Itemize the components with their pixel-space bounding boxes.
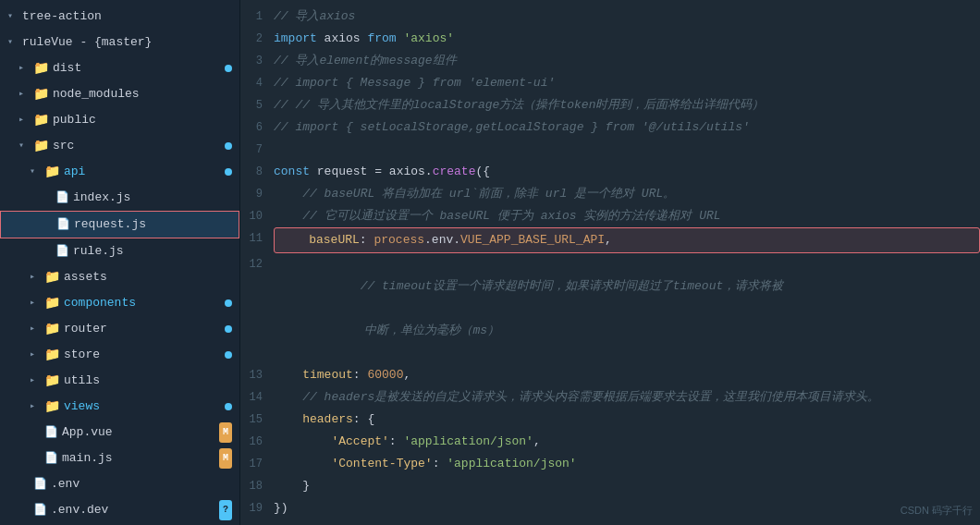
folder-icon: 📁 [44, 267, 60, 287]
line-content: }) [274, 497, 980, 519]
sidebar-item-label: router [64, 319, 107, 339]
sidebar-item-components[interactable]: 📁 components [0, 290, 239, 316]
folder-icon: 📁 [44, 162, 60, 182]
sidebar-item-dist[interactable]: 📁 dist [0, 55, 239, 81]
arrow-icon [30, 345, 41, 365]
file-icon: 📄 [44, 422, 58, 443]
sidebar-item-assets[interactable]: 📁 assets [0, 264, 239, 290]
folder-icon: 📁 [33, 58, 49, 79]
arrow-icon [18, 58, 30, 79]
sidebar-item-label: store [64, 345, 100, 365]
arrow-icon [18, 84, 30, 104]
sidebar-item-views[interactable]: 📁 views [0, 394, 239, 420]
line-number: 19 [240, 497, 274, 519]
line-content: // 它可以通过设置一个 baseURL 便于为 axios 实例的方法传递相对… [274, 205, 980, 227]
code-line-10: 10 // 它可以通过设置一个 baseURL 便于为 axios 实例的方法传… [240, 205, 980, 227]
arrow-icon [18, 136, 30, 156]
untracked-badge: ? [219, 500, 232, 520]
code-line-5: 5 // // 导入其他文件里的localStorage方法（操作token时用… [240, 94, 980, 116]
folder-icon: 📁 [44, 371, 60, 391]
sidebar-item-env[interactable]: 📄 .env [0, 471, 239, 497]
folder-icon: 📁 [33, 136, 49, 156]
arrow-icon [30, 293, 41, 313]
code-line-15: 15 headers: { [240, 409, 980, 431]
sidebar-item-public[interactable]: 📁 public [0, 107, 239, 133]
code-line-7: 7 [240, 139, 980, 161]
sidebar-item-label: ruleVue - {master} [22, 32, 152, 53]
code-line-11: 11 baseURL: process.env.VUE_APP_BASE_URL… [240, 227, 980, 253]
change-badge [225, 351, 232, 359]
file-icon: 📄 [33, 500, 47, 520]
line-number: 16 [240, 431, 274, 453]
sidebar-item-tree-action[interactable]: tree-action [0, 4, 239, 30]
sidebar-item-label: api [64, 162, 85, 182]
sidebar-item-env-dev[interactable]: 📄 .env.dev ? [0, 497, 239, 523]
line-number: 6 [240, 116, 274, 139]
code-line-8: 8 const request = axios.create({ [240, 161, 980, 183]
line-content: const request = axios.create({ [274, 161, 980, 183]
line-number: 13 [240, 364, 274, 386]
sidebar-item-ruleVue[interactable]: ruleVue - {master} [0, 30, 239, 55]
sidebar-item-utils[interactable]: 📁 utils [0, 368, 239, 394]
file-icon: 📄 [56, 214, 70, 235]
sidebar-item-label: main.js [62, 448, 113, 469]
code-line-13: 13 timeout: 60000, [240, 364, 980, 386]
line-number: 7 [240, 139, 274, 161]
sidebar-item-label: node_modules [53, 84, 140, 104]
file-explorer: tree-action ruleVue - {master} 📁 dist 📁 … [0, 0, 240, 525]
sidebar-item-src[interactable]: 📁 src [0, 133, 239, 159]
change-badge [225, 299, 232, 307]
code-line-4: 4 // import { Message } from 'element-ui… [240, 72, 980, 94]
sidebar-item-request-js[interactable]: 📄 request.js [0, 211, 239, 238]
sidebar-item-label: index.js [73, 188, 130, 208]
sidebar-item-router[interactable]: 📁 router [0, 316, 239, 342]
line-content: // import { Message } from 'element-ui' [274, 72, 980, 94]
code-line-6: 6 // import { setLocalStorage,getLocalSt… [240, 116, 980, 139]
arrow-icon [30, 162, 41, 182]
sidebar-item-store[interactable]: 📁 store [0, 342, 239, 368]
folder-icon: 📁 [33, 110, 49, 130]
line-content: timeout: 60000, [274, 364, 980, 386]
code-line-3: 3 // 导入element的message组件 [240, 50, 980, 72]
line-number: 14 [240, 386, 274, 409]
code-line-9: 9 // baseURL 将自动加在 url`前面，除非 url 是一个绝对 U… [240, 183, 980, 205]
arrow-icon [7, 6, 18, 27]
sidebar-item-label: rule.js [73, 241, 124, 262]
line-content: import axios from 'axios' [274, 28, 980, 50]
file-icon: 📄 [33, 474, 47, 494]
modified-badge: M [219, 448, 232, 469]
sidebar-item-app-vue[interactable]: 📄 App.vue M [0, 420, 239, 446]
line-content: 'Accept': 'application/json', [274, 431, 980, 453]
sidebar-item-api[interactable]: 📁 api [0, 159, 239, 185]
sidebar-item-label: utils [64, 371, 100, 391]
arrow-icon [30, 371, 41, 391]
sidebar-item-label: .env.dev [51, 500, 108, 520]
sidebar-item-label: components [64, 293, 136, 313]
modified-badge: M [219, 422, 232, 443]
line-content: // headers是被发送的自定义请求头，请求头内容需要根据后端要求去设置，这… [274, 386, 980, 409]
sidebar-item-label: src [53, 136, 74, 156]
code-line-14: 14 // headers是被发送的自定义请求头，请求头内容需要根据后端要求去设… [240, 386, 980, 409]
sidebar-item-index-js[interactable]: 📄 index.js [0, 185, 239, 211]
code-line-17: 17 'Content-Type': 'application/json' [240, 453, 980, 475]
sidebar-item-main-js[interactable]: 📄 main.js M [0, 446, 239, 471]
line-number: 2 [240, 28, 274, 50]
code-line-1: 1 // 导入axios [240, 6, 980, 28]
folder-icon: 📁 [44, 345, 60, 365]
watermark: CSDN 码字千行 [900, 504, 973, 518]
line-content [274, 139, 980, 161]
line-content: headers: { [274, 409, 980, 431]
arrow-icon [30, 397, 41, 417]
line-number: 11 [240, 227, 274, 250]
line-content: // 导入axios [274, 6, 980, 28]
sidebar-item-rule-js[interactable]: 📄 rule.js [0, 238, 239, 264]
change-badge [225, 403, 232, 410]
sidebar-item-node-modules[interactable]: 📁 node_modules [0, 81, 239, 107]
change-badge [225, 168, 232, 176]
line-number: 12 [240, 253, 274, 275]
line-content: // import { setLocalStorage,getLocalStor… [274, 116, 980, 139]
sidebar-item-label: assets [64, 267, 107, 287]
line-number: 3 [240, 50, 274, 72]
sidebar-item-label: public [53, 110, 96, 130]
line-content: 'Content-Type': 'application/json' [274, 453, 980, 475]
